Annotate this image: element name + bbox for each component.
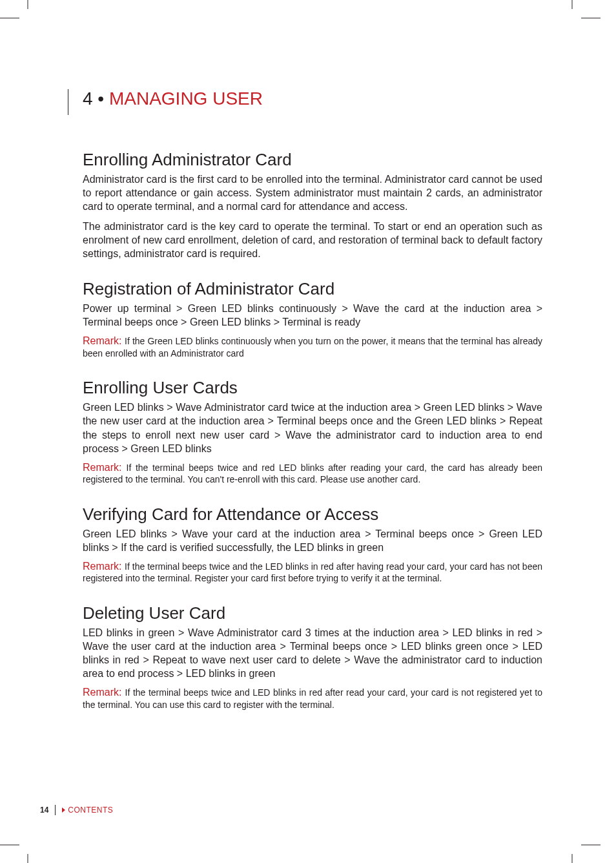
page-number: 14 xyxy=(40,806,55,815)
body-paragraph: Administrator card is the first card to … xyxy=(83,172,542,213)
chapter-heading: 4 • MANAGING USER xyxy=(83,89,542,109)
body-paragraph: Green LED blinks > Wave Administrator ca… xyxy=(83,400,542,455)
remark: Remark: If the Green LED blinks continuo… xyxy=(83,335,542,359)
crop-mark-bl xyxy=(0,824,39,863)
remark-text: If the terminal beeps twice and the LED … xyxy=(83,561,542,583)
triangle-icon xyxy=(62,807,65,813)
section-heading: Enrolling User Cards xyxy=(83,379,542,398)
body-paragraph: LED blinks in green > Wave Administrator… xyxy=(83,626,542,680)
section-heading: Enrolling Administrator Card xyxy=(83,151,542,170)
remark-label: Remark: xyxy=(83,335,121,346)
crop-mark-tr xyxy=(553,0,616,39)
section-heading: Deleting User Card xyxy=(83,604,542,623)
remark-label: Remark: xyxy=(83,687,121,698)
contents-link[interactable]: CONTENTS xyxy=(68,806,113,815)
chapter-title: MANAGING USER xyxy=(109,88,263,109)
section-heading: Verifying Card for Attendance or Access xyxy=(83,505,542,525)
crop-mark-tl xyxy=(0,0,39,39)
footer-separator xyxy=(55,805,56,815)
page-content: 4 • MANAGING USER Enrolling Administrato… xyxy=(83,89,542,717)
body-paragraph: The administrator card is the key card t… xyxy=(83,220,542,260)
page-footer: 14 CONTENTS xyxy=(40,804,298,816)
section-heading: Registration of Administrator Card xyxy=(83,280,542,299)
body-paragraph: Green LED blinks > Wave your card at the… xyxy=(83,527,542,554)
remark-text: If the terminal beeps twice and red LED … xyxy=(83,463,542,484)
body-paragraph: Power up terminal > Green LED blinks con… xyxy=(83,302,542,329)
remark: Remark: If the terminal beeps twice and … xyxy=(83,462,542,486)
remark: Remark: If the terminal beeps twice and … xyxy=(83,687,542,711)
remark-label: Remark: xyxy=(83,462,121,473)
remark: Remark: If the terminal beeps twice and … xyxy=(83,561,542,585)
chapter-rule xyxy=(68,89,68,115)
remark-text: If the terminal beeps twice and LED blin… xyxy=(83,687,542,709)
remark-label: Remark: xyxy=(83,561,121,572)
remark-text: If the Green LED blinks continuously whe… xyxy=(83,336,542,358)
crop-mark-br xyxy=(553,824,616,863)
chapter-number: 4 • xyxy=(83,88,104,109)
